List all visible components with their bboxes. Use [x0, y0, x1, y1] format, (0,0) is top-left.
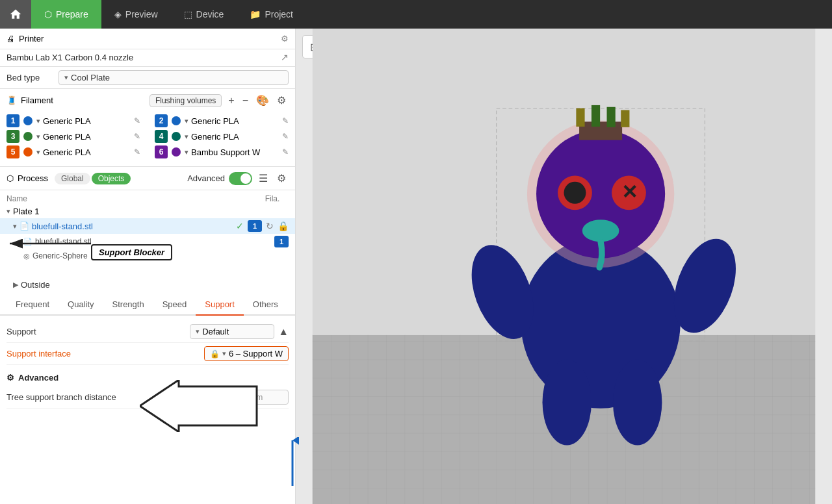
- nav-device[interactable]: ⬚ Device: [171, 0, 237, 29]
- nav-project[interactable]: 📁 Project: [237, 0, 306, 29]
- support-label: Support: [6, 327, 190, 336]
- color-dot-1: [23, 116, 32, 125]
- process-label: Process: [18, 173, 48, 183]
- drool: [599, 242, 602, 268]
- advanced-label: Advanced: [187, 173, 225, 183]
- printer-name-label: Bambu Lab X1 Carbon 0.4 nozzle: [6, 53, 133, 62]
- crown-spike-3: [607, 107, 616, 127]
- filament-add-button[interactable]: +: [226, 94, 237, 108]
- list-item: 1 ▾ Generic PLA ✎ 2 ▾ Generic PLA ✎: [6, 114, 289, 127]
- chevron-down-icon: ▾: [196, 327, 200, 336]
- list-item: 3 ▾ Generic PLA ✎ 4 ▾ Generic PLA ✎: [6, 130, 289, 143]
- crown-base: [579, 121, 622, 140]
- printer-title: 🖨 Printer: [6, 34, 44, 44]
- tab-objects[interactable]: Objects: [92, 173, 131, 184]
- chevron-icon-1: ▾: [36, 117, 40, 125]
- right-leg: [613, 359, 662, 445]
- crown-spike-2: [592, 105, 600, 127]
- filament-rows: 1 ▾ Generic PLA ✎ 2 ▾ Generic PLA ✎: [0, 112, 295, 166]
- tab-frequent[interactable]: Frequent: [6, 294, 58, 316]
- tree-plate-item[interactable]: ▾ Plate 1: [0, 205, 295, 218]
- tree-fila-header: Fila.: [256, 194, 289, 203]
- tab-others[interactable]: Others: [244, 294, 287, 316]
- filament-remove-button[interactable]: −: [240, 94, 251, 108]
- left-panel: 🖨 Printer ⚙ Bambu Lab X1 Carbon 0.4 nozz…: [0, 29, 296, 504]
- filament-edit-3[interactable]: ✎: [134, 132, 140, 141]
- 3d-view-svg: ✕: [296, 29, 832, 504]
- device-icon: ⬚: [184, 9, 192, 19]
- filament-header: 🧵 Filament Flushing volumes + − 🎨 ⚙: [0, 89, 295, 112]
- tab-strength[interactable]: Strength: [103, 294, 153, 316]
- lock-icon[interactable]: 🔒: [278, 221, 289, 231]
- tree-file-item[interactable]: ▾ 📄 bluefull-stand.stl ✓ 1 ↻ 🔒: [0, 218, 295, 234]
- support-interface-value: 6 – Support W: [229, 349, 283, 359]
- annotation-container: Support Blocker: [0, 262, 295, 278]
- process-icon: ⬡: [6, 173, 14, 183]
- printer-settings-icon[interactable]: ⚙: [281, 34, 289, 44]
- device-label: Device: [196, 9, 224, 19]
- chevron-icon-3: ▾: [36, 132, 40, 141]
- process-gear-icon[interactable]: ⚙: [274, 171, 289, 186]
- filament-edit-2[interactable]: ✎: [282, 116, 289, 125]
- bed-type-label: Bed type: [0, 73, 58, 82]
- chevron-icon-5: ▾: [36, 148, 40, 157]
- filament-edit-4[interactable]: ✎: [282, 132, 289, 141]
- color-dot-3: [23, 132, 32, 141]
- tree-children: 📄 bluefull-stand.stl 1 ◎ Generic-Sphere …: [0, 234, 295, 278]
- bed-type-value: Cool Plate: [71, 73, 110, 82]
- support-value-select[interactable]: ▾ Default: [190, 324, 274, 339]
- process-header: ⬡ Process Global Objects Advanced ☰ ⚙: [0, 167, 295, 190]
- tree-branch-row: Tree support branch distance 5 mm: [6, 386, 289, 409]
- tree-branch-input[interactable]: 5 mm: [237, 390, 289, 405]
- filament-name-1: ▾ Generic PLA: [36, 116, 130, 126]
- support-interface-select[interactable]: 🔒 ▾ 6 – Support W: [204, 346, 289, 361]
- filament-edit-5[interactable]: ✎: [134, 147, 140, 157]
- tree-branch-unit: mm: [250, 393, 263, 402]
- filament-badge-3: 3: [6, 130, 20, 143]
- nav-prepare[interactable]: ⬡ Prepare: [31, 0, 101, 29]
- chevron-icon-2: ▾: [185, 117, 188, 125]
- project-icon: 📁: [250, 9, 261, 19]
- advanced-toggle[interactable]: [229, 172, 252, 185]
- fila-badge-child: 1: [274, 236, 289, 247]
- filament-swatch-button[interactable]: 🎨: [254, 93, 272, 108]
- file-name: bluefull-stand.stl: [32, 221, 233, 231]
- filament-settings-button[interactable]: ⚙: [274, 93, 289, 108]
- printer-section: 🖨 Printer ⚙: [0, 29, 295, 49]
- nav-preview[interactable]: ◈ Preview: [101, 0, 171, 29]
- support-value: Default: [202, 327, 229, 336]
- filament-name-2: ▾ Generic PLA: [185, 116, 278, 126]
- scroll-up-icon[interactable]: ▲: [278, 326, 289, 338]
- printer-edit-icon[interactable]: ↗: [281, 52, 289, 62]
- tree-branch-value: 5: [242, 392, 247, 402]
- crown-spike-4: [621, 110, 629, 127]
- settings-area: Support ▾ Default ▲ Support interface 🔒 …: [0, 316, 295, 504]
- support-blocker-arrow: [6, 234, 94, 253]
- filament-edit-1[interactable]: ✎: [134, 116, 140, 125]
- filament-edit-6[interactable]: ✎: [282, 147, 289, 157]
- file-icons: ✓ 1 ↻ 🔒: [236, 220, 289, 232]
- preview-label: Preview: [125, 9, 158, 19]
- plate-label: Plate 1: [13, 207, 39, 216]
- filament-controls: + − 🎨 ⚙: [226, 93, 289, 108]
- filament-title: 🧵 Filament: [6, 95, 146, 105]
- tree-outside-item[interactable]: ▶ Outside: [0, 278, 295, 292]
- chevron-down-icon: ▾: [6, 207, 10, 216]
- color-dot-2: [172, 116, 181, 125]
- tab-speed[interactable]: Speed: [153, 294, 196, 316]
- printer-name-row: Bambu Lab X1 Carbon 0.4 nozzle ↗: [0, 49, 295, 67]
- home-button[interactable]: [0, 0, 31, 29]
- left-pupil: [564, 182, 586, 204]
- fila-badge-1: 1: [248, 220, 262, 232]
- tab-global[interactable]: Global: [55, 173, 90, 184]
- tab-quality[interactable]: Quality: [58, 294, 103, 316]
- sync-icon[interactable]: ↻: [266, 221, 274, 231]
- bed-type-select[interactable]: ▾ Cool Plate: [58, 70, 289, 85]
- tab-support[interactable]: Support: [196, 294, 244, 316]
- chevron-down-icon: ▾: [222, 349, 226, 358]
- check-icon: ✓: [236, 221, 244, 231]
- flushing-volumes-button[interactable]: Flushing volumes: [150, 94, 222, 107]
- chevron-right-icon: ▶: [13, 281, 18, 289]
- preview-icon: ◈: [114, 9, 122, 19]
- process-list-icon[interactable]: ☰: [256, 171, 270, 186]
